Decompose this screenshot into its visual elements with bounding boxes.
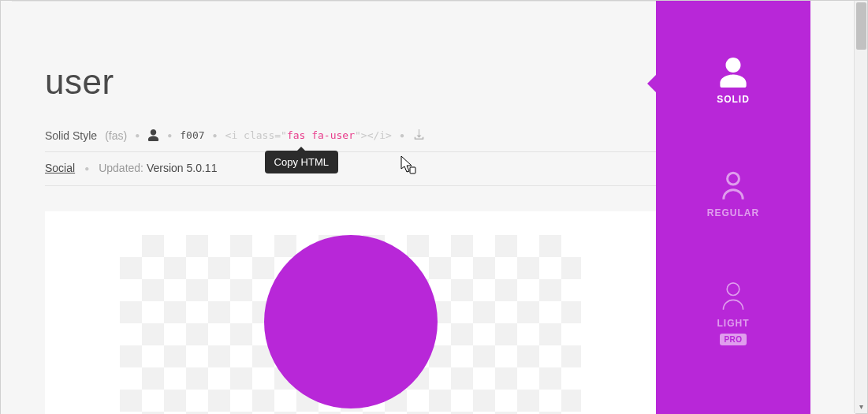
scrollbar[interactable]: ▾ <box>854 1 867 413</box>
download-icon[interactable] <box>412 129 426 142</box>
scrollbar-thumb[interactable] <box>856 2 866 50</box>
user-solid-icon <box>656 58 810 88</box>
meta-row-2: Social ● Updated: Version 5.0.11 <box>45 162 656 186</box>
style-label-light: LIGHT <box>656 318 810 329</box>
separator-dot: ● <box>167 131 172 140</box>
style-rail: SOLID REGULAR LIGHT PRO <box>656 1 810 414</box>
style-label-regular: REGULAR <box>656 207 810 218</box>
large-user-icon <box>264 235 438 414</box>
user-light-icon <box>656 282 810 311</box>
user-head-circle <box>264 235 438 408</box>
user-regular-icon <box>656 171 810 201</box>
version-value: Version 5.0.11 <box>147 162 218 174</box>
unicode-value[interactable]: f007 <box>180 129 204 141</box>
style-option-light[interactable]: LIGHT PRO <box>656 282 810 345</box>
style-option-regular[interactable]: REGULAR <box>656 171 810 218</box>
style-label: Solid Style <box>45 129 97 142</box>
updated-label: Updated: <box>99 162 143 174</box>
svg-point-2 <box>727 283 739 296</box>
pro-badge: PRO <box>720 334 746 345</box>
icon-preview <box>45 211 656 414</box>
style-label-solid: SOLID <box>656 94 810 105</box>
window: user Solid Style (fas) ● ● f007 ● <i cla… <box>0 0 868 414</box>
copy-html-tooltip: Copy HTML <box>265 151 338 173</box>
separator-dot: ● <box>213 131 218 140</box>
separator-dot: ● <box>84 164 89 173</box>
main-content: user Solid Style (fas) ● ● f007 ● <i cla… <box>45 1 656 414</box>
snippet-class: fas fa-user <box>287 129 355 141</box>
snippet-open: <i class=" <box>225 129 287 141</box>
snippet-close: "></i> <box>355 129 392 141</box>
html-snippet[interactable]: <i class="fas fa-user"></i> Copy HTML <box>225 129 392 141</box>
rail-active-pointer <box>647 75 656 92</box>
scrollbar-down-arrow[interactable]: ▾ <box>855 400 868 413</box>
separator-dot: ● <box>400 131 404 140</box>
svg-point-1 <box>728 173 739 185</box>
user-icon <box>147 129 159 141</box>
style-option-solid[interactable]: SOLID <box>656 58 810 105</box>
separator-dot: ● <box>135 131 140 140</box>
page-body: user Solid Style (fas) ● ● f007 ● <i cla… <box>1 1 855 414</box>
icon-title: user <box>45 62 656 102</box>
style-prefix: (fas) <box>105 129 127 142</box>
category-link[interactable]: Social <box>45 162 75 174</box>
meta-row-1: Solid Style (fas) ● ● f007 ● <i class="f… <box>45 129 656 152</box>
